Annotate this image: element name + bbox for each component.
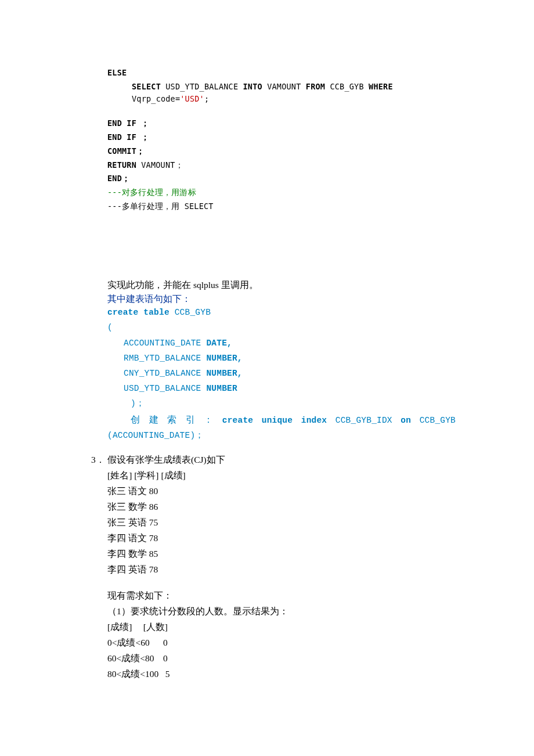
code-text: CCB_GYB bbox=[330, 82, 369, 91]
ddl-line: USD_YTD_BALANCE NUMBER bbox=[107, 382, 456, 395]
q3-line: 李四 语文 78 bbox=[107, 531, 456, 545]
kw-where: WHERE bbox=[369, 82, 393, 91]
q3-body: 假设有张学生成绩表(CJ)如下 [姓名] [学科] [成绩] 张三 语文 80 … bbox=[107, 453, 456, 683]
ddl-line-index: 创 建 索 引 ： create unique index CCB_GYB_ID… bbox=[107, 413, 456, 427]
ident: CCB_GYB_IDX bbox=[327, 416, 400, 425]
q3-line: 0<成绩<60 0 bbox=[107, 636, 456, 650]
q3-line: 张三 数学 86 bbox=[107, 500, 456, 514]
string-literal: 'USD' bbox=[180, 94, 204, 103]
q3-line: 假设有张学生成绩表(CJ)如下 bbox=[107, 453, 456, 467]
type: NUMBER, bbox=[206, 354, 242, 363]
ddl-line: RMB_YTD_BALANCE NUMBER, bbox=[107, 352, 456, 365]
code-block-1: ELSE SELECT USD_YTD_BALANCE INTO VAMOUNT… bbox=[107, 67, 456, 213]
code-line: RETURN VAMOUNT； bbox=[107, 159, 456, 171]
comment-line: ---对多行处理，用游标 bbox=[107, 186, 456, 199]
code-text: ; bbox=[204, 94, 209, 103]
ddl-line: ACCOUNTING_DATE DATE, bbox=[107, 337, 456, 350]
type: NUMBER, bbox=[206, 369, 242, 378]
kw-return: RETURN bbox=[107, 160, 141, 170]
ddl-block: create table CCB_GYB ( ACCOUNTING_DATE D… bbox=[107, 306, 456, 442]
col: CNY_YTD_BALANCE bbox=[124, 369, 206, 378]
code-line: SELECT USD_YTD_BALANCE INTO VAMOUNT FROM… bbox=[107, 81, 456, 105]
code-line: END； bbox=[107, 172, 456, 185]
q3-line: [成绩] [人数] bbox=[107, 620, 456, 634]
code-line: ELSE bbox=[107, 67, 456, 79]
ddl-line: )； bbox=[107, 397, 456, 411]
code-line: END IF ； bbox=[107, 131, 456, 143]
code-line: COMMIT； bbox=[107, 145, 456, 157]
ident: CCB_GYB bbox=[411, 416, 456, 425]
q3-line: 李四 数学 85 bbox=[107, 547, 456, 561]
kw-into: INTO bbox=[243, 82, 268, 91]
kw-create-index: create unique index bbox=[222, 416, 327, 425]
question-3: 3． 假设有张学生成绩表(CJ)如下 [姓名] [学科] [成绩] 张三 语文 … bbox=[107, 453, 456, 683]
text-cn: 创 建 索 引 ： bbox=[131, 415, 217, 424]
ddl-line: (ACCOUNTING_DATE)； bbox=[107, 429, 456, 442]
kw-select: SELECT bbox=[132, 82, 165, 91]
kw-create-table: create table bbox=[107, 308, 175, 317]
q3-line: （1）要求统计分数段的人数。显示结果为： bbox=[107, 604, 456, 618]
kw-on: on bbox=[400, 416, 411, 425]
ddl-line: CNY_YTD_BALANCE NUMBER, bbox=[107, 367, 456, 380]
type: NUMBER bbox=[206, 384, 237, 393]
q3-line: 张三 英语 75 bbox=[107, 516, 456, 530]
q3-line: 80<成绩<100 5 bbox=[107, 667, 456, 681]
code-line: END IF ； bbox=[107, 117, 456, 129]
ident: CCB_GYB bbox=[175, 308, 211, 317]
ddl-line: ( bbox=[107, 321, 456, 334]
type: DATE, bbox=[206, 339, 232, 348]
paragraph: 其中建表语句如下： bbox=[107, 292, 456, 306]
q3-line: [姓名] [学科] [成绩] bbox=[107, 469, 456, 483]
q3-number: 3． bbox=[91, 453, 107, 467]
code-text: VAMOUNT bbox=[267, 82, 306, 91]
q3-line: 现有需求如下： bbox=[107, 589, 456, 603]
code-text: USD_YTD_BALANCE bbox=[165, 82, 243, 91]
paragraph: 实现此功能，并能在 sqlplus 里调用。 bbox=[107, 278, 456, 292]
q3-line: 李四 英语 78 bbox=[107, 563, 456, 577]
code-text: Vqrp_code= bbox=[132, 94, 180, 103]
col: ACCOUNTING_DATE bbox=[124, 339, 206, 348]
q3-line: 60<成绩<80 0 bbox=[107, 651, 456, 665]
code-text: VAMOUNT； bbox=[141, 160, 183, 170]
kw-from: FROM bbox=[306, 82, 330, 91]
col: RMB_YTD_BALANCE bbox=[124, 354, 206, 363]
code-line: ---多单行处理，用 SELECT bbox=[107, 200, 456, 213]
q3-line: 张三 语文 80 bbox=[107, 484, 456, 498]
ddl-line: create table CCB_GYB bbox=[107, 306, 456, 319]
col: USD_YTD_BALANCE bbox=[124, 384, 206, 393]
